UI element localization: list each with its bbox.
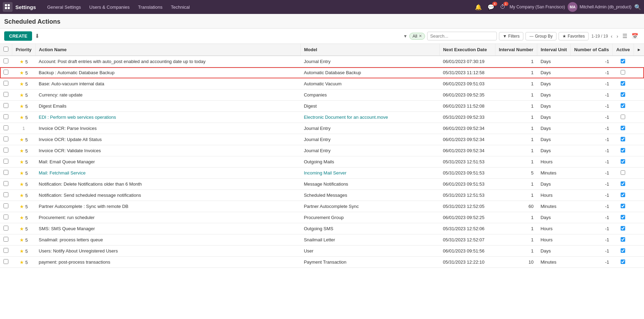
model-cell: Electronic Document for an account.move xyxy=(300,112,439,123)
model-link[interactable]: Incoming Mail Server xyxy=(304,170,346,176)
table-row: ★ 5SMS: SMS Queue ManagerOutgoing SMS05/… xyxy=(0,223,644,234)
action-name-text[interactable]: Account: Post draft entries with auto_po… xyxy=(39,59,205,64)
row-checkbox[interactable] xyxy=(3,92,8,97)
active-checkbox[interactable] xyxy=(621,181,625,186)
header-select-all[interactable] xyxy=(0,44,12,56)
priority-value: 5 xyxy=(25,249,28,254)
filter-tag-all[interactable]: All ✕ xyxy=(409,33,425,40)
active-checkbox[interactable] xyxy=(621,193,625,197)
row-checkbox[interactable] xyxy=(3,170,8,175)
interval-value: 1 xyxy=(531,81,533,86)
priority-value: 5 xyxy=(25,204,28,209)
menu-translations[interactable]: Translations xyxy=(134,0,167,14)
active-checkbox[interactable] xyxy=(621,170,625,175)
row-checkbox[interactable] xyxy=(3,81,8,86)
active-checkbox[interactable] xyxy=(621,70,625,75)
row-checkbox[interactable] xyxy=(3,181,8,186)
company-name[interactable]: My Company (San Francisco) xyxy=(510,5,565,9)
active-checkbox[interactable] xyxy=(621,103,625,108)
next-exec-value: 05/31/2023 09:51:53 xyxy=(443,170,484,176)
action-name-text[interactable]: Users: Notify About Unregistered Users xyxy=(39,248,118,254)
action-name-link[interactable]: EDI : Perform web services operations xyxy=(39,115,116,120)
favorites-button[interactable]: ★ Favorites xyxy=(559,32,589,40)
bell-icon[interactable]: 🔔 xyxy=(473,2,483,12)
action-name-text[interactable]: Notification: Send scheduled message not… xyxy=(39,193,141,198)
active-checkbox[interactable] xyxy=(621,59,625,63)
app-grid-icon[interactable] xyxy=(3,2,13,12)
row-checkbox[interactable] xyxy=(3,192,8,197)
action-name-text[interactable]: payment: post-process transactions xyxy=(39,259,110,265)
row-checkbox[interactable] xyxy=(3,226,8,231)
calls-value: -1 xyxy=(605,59,609,64)
row-checkbox[interactable] xyxy=(3,103,8,108)
menu-general-settings[interactable]: General Settings xyxy=(43,0,85,14)
active-checkbox[interactable] xyxy=(621,92,625,97)
chat-icon[interactable]: 💬 4 xyxy=(486,2,496,12)
active-checkbox[interactable] xyxy=(621,137,625,141)
active-checkbox[interactable] xyxy=(621,115,625,119)
clock-icon[interactable]: ⏱ 1 xyxy=(499,2,507,11)
active-checkbox[interactable] xyxy=(621,159,625,164)
action-name-text[interactable]: Procurement: run scheduler xyxy=(39,215,94,220)
action-name-text[interactable]: Backup : Automatic Database Backup xyxy=(39,70,115,75)
active-checkbox[interactable] xyxy=(621,215,625,219)
active-checkbox[interactable] xyxy=(621,237,625,242)
table-row: ★ 5Notification: Send scheduled message … xyxy=(0,190,644,201)
action-name-text[interactable]: Base: Auto-vacuum internal data xyxy=(39,81,104,86)
group-by-button[interactable]: ⸻ Group By xyxy=(525,32,556,40)
model-link[interactable]: Electronic Document for an account.move xyxy=(304,115,388,120)
action-name-text[interactable]: Invoice OCR: Validate Invoices xyxy=(39,148,101,153)
menu-users-companies[interactable]: Users & Companies xyxy=(85,0,134,14)
action-name-text[interactable]: Notification: Delete Notifications older… xyxy=(39,181,142,187)
row-checkbox[interactable] xyxy=(3,148,8,153)
next-exec-value: 06/01/2023 09:51:56 xyxy=(443,248,484,254)
active-checkbox[interactable] xyxy=(621,204,625,208)
svg-rect-1 xyxy=(8,4,10,6)
pagination-next[interactable]: › xyxy=(615,33,620,40)
action-name-text[interactable]: Invoice OCR: Update All Status xyxy=(39,137,102,142)
interval-cell: 1 xyxy=(495,101,537,112)
priority-star-icon: ★ xyxy=(20,259,24,265)
calls-cell: -1 xyxy=(570,78,613,90)
action-name-text[interactable]: Digest Emails xyxy=(39,103,66,109)
active-checkbox[interactable] xyxy=(621,126,625,130)
download-button[interactable]: ⬇ xyxy=(35,33,39,39)
calendar-view-button[interactable]: 📅 xyxy=(630,32,640,40)
row-checkbox[interactable] xyxy=(3,248,8,253)
select-all-checkbox[interactable] xyxy=(3,47,8,52)
interval-value: 1 xyxy=(531,237,533,242)
user-menu[interactable]: MA Mitchell Admin (db_product) xyxy=(568,2,631,12)
active-checkbox[interactable] xyxy=(621,259,625,264)
action-name-text[interactable]: Mail: Email Queue Manager xyxy=(39,159,95,164)
active-checkbox[interactable] xyxy=(621,81,625,86)
create-button[interactable]: CREATE xyxy=(4,31,32,41)
row-checkbox[interactable] xyxy=(3,114,8,119)
search-input[interactable] xyxy=(427,32,497,40)
action-name-link[interactable]: Mail: Fetchmail Service xyxy=(39,170,85,176)
action-name-text[interactable]: Snailmail: process letters queue xyxy=(39,237,103,242)
row-checkbox[interactable] xyxy=(3,259,8,264)
filters-button[interactable]: ▼ Filters xyxy=(499,32,524,40)
row-checkbox[interactable] xyxy=(3,137,8,141)
action-name-text[interactable]: SMS: SMS Queue Manager xyxy=(39,226,95,231)
row-checkbox[interactable] xyxy=(3,70,8,75)
active-checkbox[interactable] xyxy=(621,248,625,253)
row-checkbox[interactable] xyxy=(3,59,8,63)
row-checkbox[interactable] xyxy=(3,237,8,242)
list-view-button[interactable]: ☰ xyxy=(621,32,629,40)
row-checkbox[interactable] xyxy=(3,215,8,219)
action-name-text[interactable]: Invoice OCR: Parse Invoices xyxy=(39,126,97,131)
action-name-text[interactable]: Currency: rate update xyxy=(39,92,83,98)
row-checkbox[interactable] xyxy=(3,203,8,208)
search-icon[interactable]: 🔍 xyxy=(634,4,641,10)
active-checkbox[interactable] xyxy=(621,226,625,231)
pagination-prev[interactable]: ‹ xyxy=(609,33,614,40)
menu-technical[interactable]: Technical xyxy=(167,0,194,14)
active-checkbox[interactable] xyxy=(621,148,625,153)
priority-star-icon: ★ xyxy=(20,215,24,220)
row-checkbox[interactable] xyxy=(3,159,8,164)
filter-tag-close[interactable]: ✕ xyxy=(419,34,422,38)
action-name-text[interactable]: Partner Autocomplete : Sync with remote … xyxy=(39,204,128,209)
row-checkbox[interactable] xyxy=(3,125,8,130)
interval-value: 1 xyxy=(531,215,533,220)
